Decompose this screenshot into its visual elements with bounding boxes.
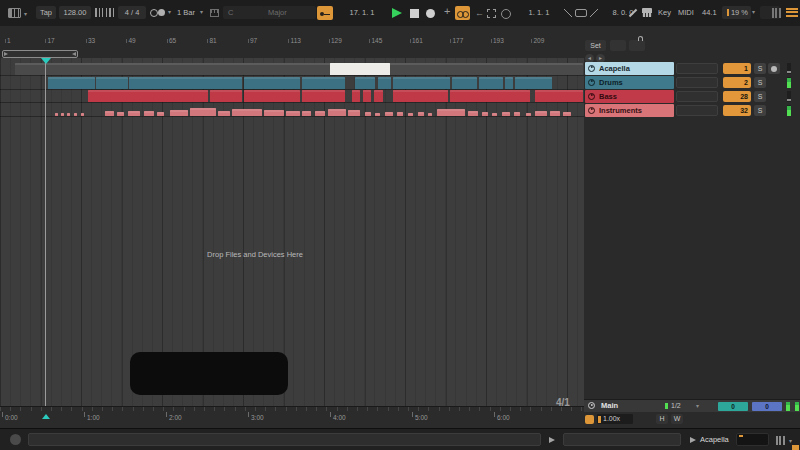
main-volume-value[interactable]: 0 [752, 402, 782, 411]
notification-badge[interactable] [792, 445, 799, 450]
loop-length-field[interactable]: 8. 0. 0 [601, 6, 645, 19]
preview-play-icon[interactable] [549, 437, 555, 443]
scale-root-select[interactable]: C [223, 6, 265, 19]
audio-clip[interactable] [514, 112, 520, 116]
metronome-dot-icon[interactable] [158, 9, 165, 16]
midi-overdub-button[interactable] [455, 6, 470, 20]
audio-clip[interactable] [48, 77, 95, 89]
solo-button[interactable]: S [754, 77, 766, 88]
audio-clip[interactable] [397, 112, 403, 116]
clip-play-icon[interactable] [690, 437, 696, 443]
zoom-handle-right-icon[interactable] [72, 52, 76, 56]
session-record-button[interactable] [501, 9, 511, 19]
track-slider[interactable] [676, 63, 718, 74]
audio-clip[interactable] [428, 113, 432, 116]
play-button[interactable] [392, 8, 402, 18]
audio-clip[interactable] [286, 111, 300, 116]
audio-clip[interactable] [244, 90, 300, 102]
punch-in-icon[interactable] [564, 9, 572, 17]
hamburger-menu-icon[interactable] [786, 8, 798, 17]
audio-clip[interactable] [218, 111, 230, 116]
tempo-follower-icon[interactable] [585, 415, 594, 424]
audio-clip[interactable] [385, 112, 393, 116]
audio-clip[interactable] [393, 90, 448, 102]
quantization-menu[interactable]: 1 Bar [177, 6, 195, 19]
audio-clip[interactable] [144, 111, 154, 115]
audio-clip[interactable] [128, 111, 140, 116]
audio-clip[interactable] [535, 111, 547, 116]
solo-button[interactable]: S [754, 63, 766, 74]
loop-start-marker-icon[interactable] [42, 414, 50, 419]
audio-clip[interactable] [315, 111, 325, 116]
computer-midi-keyboard-icon[interactable] [642, 8, 652, 17]
audio-clip[interactable] [468, 111, 478, 116]
caret-down-icon[interactable]: ▾ [168, 6, 171, 19]
record-button[interactable] [426, 9, 435, 18]
caret-down-icon[interactable]: ▾ [24, 8, 27, 21]
loop-start-field[interactable]: 1. 1. 1 [517, 6, 561, 19]
tempo-field[interactable]: 128.00 [59, 6, 91, 19]
audio-clip[interactable] [117, 112, 124, 116]
width-zoom-button[interactable]: W [671, 414, 683, 424]
track-header-row[interactable]: Acapella1S [585, 62, 800, 75]
audio-clip[interactable] [129, 77, 242, 89]
track-header-row[interactable]: Instruments32S [585, 104, 800, 117]
track-name-cell[interactable]: Instruments [585, 104, 674, 117]
punch-out-icon[interactable] [590, 9, 598, 17]
audio-clip[interactable] [505, 77, 513, 89]
audio-clip[interactable] [157, 112, 164, 116]
cue-level-value[interactable]: 1/2 [671, 400, 681, 412]
audio-clip[interactable] [232, 109, 262, 115]
set-marker-button[interactable]: Set [585, 40, 606, 51]
audio-clip[interactable] [348, 110, 360, 116]
main-track-header[interactable]: Main 1/2 ▾ 0 0 [584, 399, 800, 412]
audio-clip[interactable] [96, 77, 128, 89]
zoom-handle-left-icon[interactable] [4, 52, 8, 56]
track-name-cell[interactable]: Drums [585, 76, 674, 89]
time-signature-field[interactable]: 4 / 4 [118, 6, 146, 19]
caret-down-icon[interactable]: ▾ [696, 400, 699, 412]
audio-clip[interactable] [302, 90, 345, 102]
track-slider[interactable] [676, 77, 718, 88]
audio-clip[interactable] [479, 77, 503, 89]
audio-clip[interactable] [418, 112, 424, 116]
audio-clip[interactable] [437, 109, 465, 115]
cpu-meter[interactable]: 19 % [722, 6, 751, 19]
caret-down-icon[interactable]: ▾ [789, 437, 792, 444]
audio-clip[interactable] [67, 113, 70, 116]
audio-clip[interactable] [393, 77, 450, 89]
audio-clip[interactable] [450, 90, 530, 102]
link-button[interactable] [610, 40, 626, 51]
arrangement-position-field[interactable]: 17. 1. 1 [340, 6, 384, 19]
audio-clip[interactable] [550, 111, 560, 115]
height-zoom-button[interactable]: H [656, 414, 668, 424]
audio-clip[interactable] [190, 108, 216, 115]
beat-time-ruler[interactable]: 1173349658197113129145161177193209 [0, 26, 584, 58]
audio-clip[interactable] [408, 113, 413, 116]
track-number-box[interactable]: 1 [723, 63, 751, 74]
scale-mode-icon[interactable] [210, 9, 219, 17]
audio-clip[interactable] [352, 90, 360, 102]
audio-clip[interactable] [374, 90, 383, 102]
audio-clip[interactable] [302, 77, 345, 89]
minutes-time-ruler[interactable]: 0:001:002:003:004:005:006:00 [0, 406, 584, 429]
scale-name-select[interactable]: Major [263, 6, 316, 19]
track-header-row[interactable]: Drums2S [585, 76, 800, 89]
audio-clip[interactable] [210, 90, 242, 102]
solo-button[interactable]: S [754, 91, 766, 102]
arrangement-view[interactable]: Drop Files and Devices Here [0, 58, 584, 406]
audio-clip[interactable] [492, 113, 497, 116]
loop-icon[interactable] [575, 9, 587, 17]
audio-clip[interactable] [170, 110, 188, 116]
window-layout-icon[interactable] [8, 8, 21, 18]
back-to-arrangement-icon[interactable]: ← [475, 7, 484, 20]
audio-clip[interactable] [365, 112, 371, 116]
caret-down-icon[interactable]: ▾ [200, 6, 203, 19]
lock-button[interactable] [629, 40, 645, 51]
audio-clip[interactable] [378, 77, 391, 89]
audio-clip[interactable] [330, 63, 390, 75]
audio-clip[interactable] [81, 113, 84, 116]
audio-clip[interactable] [452, 77, 477, 89]
track-header-row[interactable]: Bass28S [585, 90, 800, 103]
audio-clip[interactable] [264, 110, 284, 116]
